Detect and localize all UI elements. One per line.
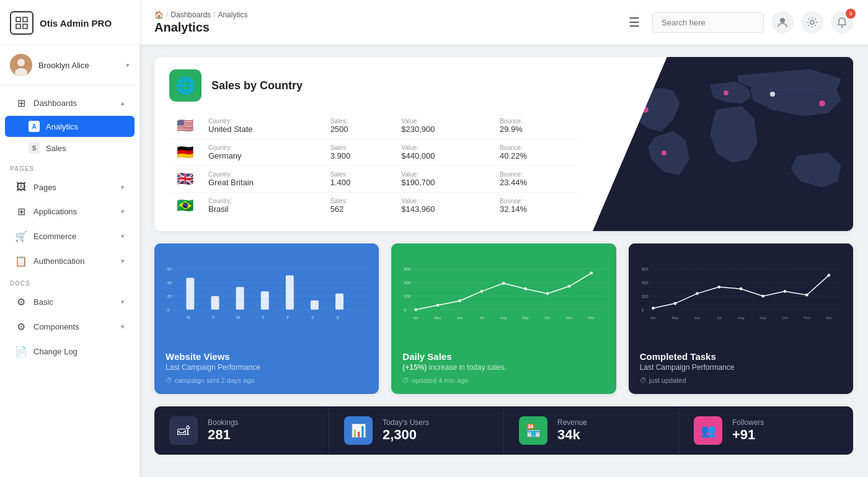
svg-point-72	[652, 307, 655, 310]
value-cell: Value: $190,700	[394, 166, 492, 193]
svg-rect-1	[23, 17, 27, 22]
flag-cell: 🇧🇷	[169, 193, 201, 219]
bounce-cell: Bounce: 40.22%	[492, 139, 578, 166]
svg-point-11	[642, 107, 649, 113]
line-chart-svg-dark: 600 400 200 0	[639, 250, 843, 343]
stat-label: Revenue	[557, 418, 587, 427]
clock-icon: ⏱	[640, 377, 647, 384]
bounce-cell: Bounce: 32.14%	[492, 193, 578, 219]
sales-cell: Sales: 1.400	[323, 166, 394, 193]
logo-title: Otis Admin PRO	[40, 18, 112, 28]
svg-point-79	[805, 294, 808, 297]
sidebar-item-sales[interactable]: S Sales	[5, 138, 135, 159]
sales-table-area: 🌐 Sales by Country 🇺🇸 Country: United St…	[154, 57, 593, 231]
svg-rect-3	[23, 24, 27, 28]
applications-icon: ⊞	[15, 206, 27, 217]
svg-text:400: 400	[641, 281, 648, 285]
sidebar-item-ecommerce-label: Ecommerce	[33, 232, 76, 241]
chevron-down-icon: ▾	[121, 208, 125, 216]
sidebar-item-changelog-label: Change Log	[33, 347, 78, 356]
daily-sales-chart: 600 400 200 0	[391, 243, 616, 343]
notification-badge: 9	[846, 9, 856, 19]
avatar	[10, 54, 32, 76]
svg-point-12	[662, 151, 666, 155]
search-input[interactable]	[652, 12, 764, 33]
svg-text:Aug: Aug	[738, 316, 744, 320]
svg-point-48	[458, 299, 461, 302]
svg-point-54	[590, 271, 593, 274]
svg-rect-29	[311, 300, 319, 310]
settings-icon[interactable]	[801, 11, 823, 33]
sidebar-item-analytics[interactable]: A Analytics	[5, 116, 135, 137]
svg-point-13	[724, 90, 728, 95]
notification-icon[interactable]: 9	[831, 11, 853, 33]
country-cell: Country: Brasil	[201, 193, 323, 219]
daily-sales-info: Daily Sales (+15%) increase in today sal…	[391, 343, 616, 394]
map-svg	[593, 57, 853, 218]
line-chart-svg-green: 600 400 200 0	[401, 250, 606, 343]
chevron-down-icon: ▾	[121, 257, 125, 265]
svg-text:T: T	[262, 315, 264, 320]
svg-point-15	[819, 100, 825, 107]
sidebar-item-analytics-label: Analytics	[46, 122, 78, 131]
svg-point-75	[717, 286, 720, 289]
breadcrumb: 🏠 / Dashboards / Analytics	[154, 11, 621, 19]
user-name: Brooklyn Alice	[38, 61, 120, 70]
stats-row: 🛋 Bookings 281 📊 Today's Users 2,300 🏪 R…	[154, 406, 853, 455]
svg-text:600: 600	[641, 267, 648, 271]
svg-text:F: F	[286, 315, 289, 320]
svg-text:0: 0	[641, 308, 644, 312]
svg-point-52	[546, 292, 549, 295]
clock-icon: ⏱	[402, 377, 409, 384]
bounce-cell: Bounce: 23.44%	[492, 166, 578, 193]
sidebar-item-pages[interactable]: 🖼 Pages ▾	[5, 175, 135, 199]
sales-cell: Sales: 2500	[323, 113, 394, 139]
svg-text:Nov: Nov	[566, 316, 573, 320]
svg-text:Sep: Sep	[760, 316, 766, 320]
svg-text:0: 0	[404, 308, 407, 312]
website-views-info: Website Views Last Campaign Performance …	[154, 343, 379, 394]
breadcrumb-home-icon[interactable]: 🏠	[154, 11, 164, 19]
stat-value: 34k	[557, 427, 587, 443]
completed-tasks-title: Completed Tasks	[640, 351, 842, 362]
sales-cell: Sales: 562	[323, 193, 394, 219]
menu-icon[interactable]: ☰	[629, 15, 640, 30]
sidebar-item-applications[interactable]: ⊞ Applications ▾	[5, 199, 135, 224]
svg-rect-27	[261, 291, 269, 309]
sidebar-item-changelog[interactable]: 📄 Change Log	[5, 339, 135, 364]
sidebar-item-dashboards[interactable]: ⊞ Dashboards ▴	[5, 91, 135, 115]
sales-cell: Sales: 3.900	[323, 139, 394, 166]
user-icon[interactable]	[771, 11, 794, 33]
svg-text:60: 60	[167, 267, 172, 271]
svg-text:20: 20	[167, 294, 172, 299]
sidebar-item-basic[interactable]: ⚙ Basic ▾	[5, 290, 135, 314]
stat-item: 🏪 Revenue 34k	[504, 406, 679, 455]
breadcrumb-dashboards[interactable]: Dashboards	[170, 11, 211, 19]
stat-icon: 🏪	[519, 416, 547, 445]
svg-point-50	[502, 282, 505, 285]
svg-text:S: S	[311, 315, 314, 320]
sales-header: 🌐 Sales by Country	[169, 69, 578, 102]
svg-text:Oct: Oct	[545, 316, 551, 320]
sidebar-item-authentication[interactable]: 📋 Authentication ▾	[5, 249, 135, 273]
stat-value: +91	[732, 427, 764, 443]
svg-point-78	[783, 290, 786, 293]
docs-section-title: DOCS	[0, 274, 140, 289]
chevron-down-icon: ▾	[121, 298, 125, 306]
sidebar-item-ecommerce[interactable]: 🛒 Ecommerce ▾	[5, 224, 135, 248]
svg-text:Jul: Jul	[479, 316, 484, 320]
sidebar-item-components[interactable]: ⚙ Components ▾	[5, 315, 135, 339]
stat-icon: 🛋	[169, 416, 198, 445]
stat-content: Revenue 34k	[557, 418, 587, 443]
svg-text:Jul: Jul	[717, 316, 722, 320]
website-views-subtitle: Last Campaign Performance	[166, 363, 368, 372]
authentication-icon: 📋	[15, 255, 27, 267]
stat-item: 📊 Today's Users 2,300	[329, 406, 504, 455]
table-row: 🇺🇸 Country: United State Sales: 2500 Val…	[169, 113, 578, 139]
bar-chart-svg: 60 40 20 0 M T	[164, 250, 369, 343]
svg-point-46	[415, 308, 418, 311]
website-views-card: 60 40 20 0 M T	[154, 243, 379, 394]
user-profile[interactable]: Brooklyn Alice ▾	[0, 45, 140, 85]
svg-text:Sep: Sep	[523, 316, 529, 320]
stat-content: Followers +91	[732, 418, 764, 443]
